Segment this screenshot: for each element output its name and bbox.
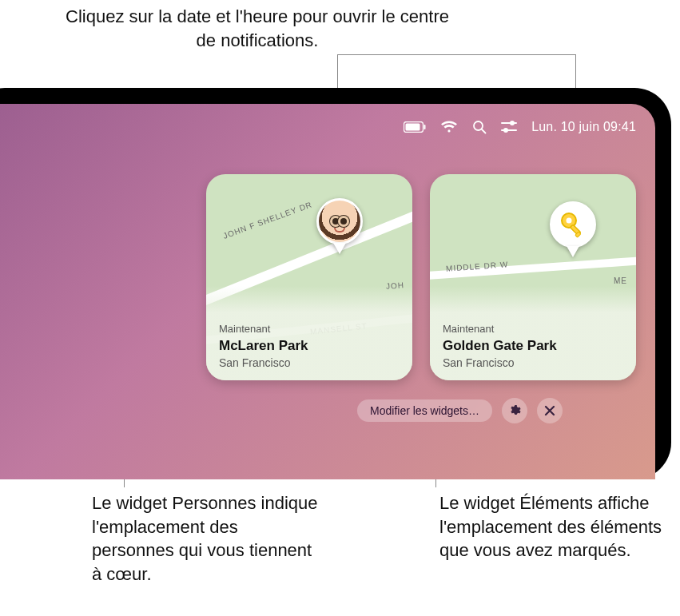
widget-info-overlay: Maintenant Golden Gate Park San Francisc… <box>430 286 636 380</box>
svg-point-8 <box>503 128 508 133</box>
close-widgets-button[interactable] <box>537 398 563 423</box>
overlay-time: Maintenant <box>219 323 400 335</box>
memoji-avatar <box>319 201 360 242</box>
svg-point-3 <box>474 121 483 130</box>
overlay-title: McLaren Park <box>219 338 400 354</box>
widget-toolbar: Modifier les widgets… <box>357 398 563 423</box>
map-pin-item <box>550 201 596 260</box>
svg-point-10 <box>567 218 572 224</box>
gear-icon <box>508 404 521 417</box>
svg-point-6 <box>510 121 515 125</box>
map-pin-person <box>316 198 363 257</box>
road-label: ME <box>614 276 627 285</box>
callout-items-widget: Le widget Éléments affiche l'emplacement… <box>439 491 671 562</box>
edit-widgets-button[interactable]: Modifier les widgets… <box>357 399 492 422</box>
search-icon[interactable] <box>472 120 487 134</box>
edit-widgets-label: Modifier les widgets… <box>370 404 479 417</box>
overlay-subtitle: San Francisco <box>219 356 400 369</box>
device-frame: Lun. 10 juin 09:41 JOHN F SHELLEY DR MAN… <box>0 88 671 479</box>
svg-rect-2 <box>424 125 426 129</box>
svg-rect-1 <box>406 124 420 131</box>
overlay-subtitle: San Francisco <box>443 356 623 369</box>
overlay-title: Golden Gate Park <box>443 338 623 354</box>
overlay-time: Maintenant <box>443 323 623 335</box>
widget-find-my-people[interactable]: JOHN F SHELLEY DR MANSELL ST JOH Mainten… <box>206 174 412 380</box>
wifi-icon[interactable] <box>440 121 458 133</box>
key-icon <box>557 209 589 240</box>
svg-line-4 <box>482 129 486 133</box>
widget-settings-button[interactable] <box>502 398 527 423</box>
menubar-datetime[interactable]: Lun. 10 juin 09:41 <box>531 120 636 134</box>
screen: Lun. 10 juin 09:41 JOHN F SHELLEY DR MAN… <box>0 104 655 479</box>
callout-people-widget: Le widget Personnes indique l'emplacemen… <box>92 491 324 586</box>
callout-connector-top <box>337 54 577 90</box>
widget-find-my-items[interactable]: MIDDLE DR W ME Maintenant <box>430 174 636 380</box>
close-icon <box>544 405 555 416</box>
battery-icon[interactable] <box>404 121 426 133</box>
widget-info-overlay: Maintenant McLaren Park San Francisco <box>206 286 412 380</box>
callout-open-notification-center: Cliquez sur la date et l'heure pour ouvr… <box>58 5 457 52</box>
menu-bar: Lun. 10 juin 09:41 <box>404 115 655 139</box>
control-center-icon[interactable] <box>501 121 517 133</box>
widgets-row: JOHN F SHELLEY DR MANSELL ST JOH Mainten… <box>206 174 636 380</box>
